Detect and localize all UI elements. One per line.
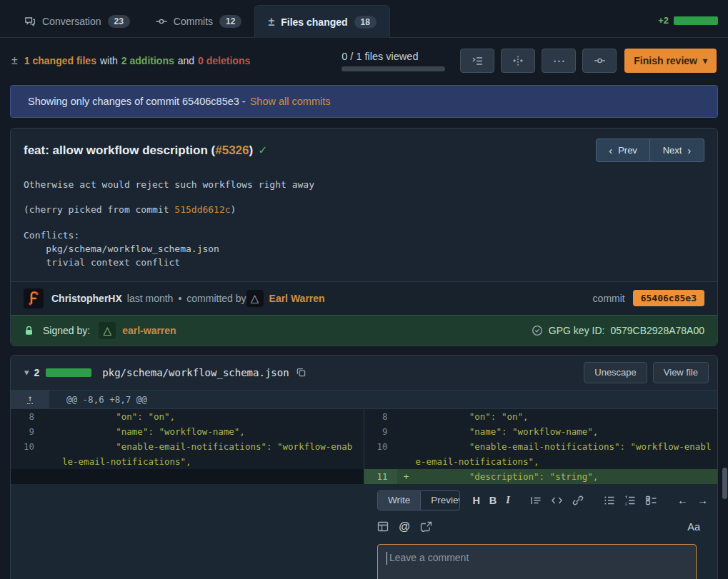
commit-sha-badge[interactable]: 65406c85e3 xyxy=(633,290,704,306)
unescape-button[interactable]: Unescape xyxy=(584,362,647,383)
preview-tab-label: Preview xyxy=(431,495,460,505)
author-avatar[interactable] xyxy=(24,288,44,308)
preview-tab[interactable]: Preview xyxy=(421,491,460,510)
font-size-toggle-icon[interactable]: Aa xyxy=(687,521,700,533)
page-scrollbar[interactable] xyxy=(722,468,727,499)
issue-link[interactable]: #5326 xyxy=(215,144,249,157)
line-number[interactable]: 11 xyxy=(364,469,397,484)
bullet-list-icon[interactable] xyxy=(604,495,615,505)
file-lines-changed: 2 xyxy=(34,367,40,378)
diff-options-button[interactable]: ⋯ xyxy=(542,49,576,73)
redo-icon[interactable]: → xyxy=(697,494,708,506)
code-line: "on": "on", xyxy=(62,409,364,424)
code-line: "on": "on", xyxy=(416,409,718,424)
split-view-button[interactable] xyxy=(501,49,535,73)
collapse-file-chevron-icon[interactable]: ▾ xyxy=(24,367,29,378)
files-viewed-bar xyxy=(341,66,445,71)
diff-sign xyxy=(397,409,416,424)
expand-hunk-button[interactable]: ↑ xyxy=(11,391,49,408)
diff-stat-bar xyxy=(674,16,718,25)
diff-sign xyxy=(397,439,416,469)
italic-icon[interactable]: I xyxy=(506,494,510,506)
select-commit-button[interactable] xyxy=(582,49,617,73)
commit-select-icon xyxy=(594,55,606,66)
signed-by-bar: Signed by: △ earl-warren GPG key ID: 057… xyxy=(11,315,717,346)
author-name[interactable]: ChristopherHX xyxy=(51,293,122,304)
line-number[interactable]: 8 xyxy=(364,409,397,424)
line-number[interactable]: 10 xyxy=(11,439,44,469)
blockquote-icon[interactable] xyxy=(530,495,542,505)
gpg-key-group: GPG key ID: 0579CB2928A78A00 xyxy=(532,325,704,336)
commits-count-badge: 12 xyxy=(219,15,241,28)
tab-conversation-label: Conversation xyxy=(42,16,101,27)
undo-icon[interactable]: ← xyxy=(677,494,688,506)
diff-sign xyxy=(44,409,62,424)
code-line: "description": "string", xyxy=(416,469,718,484)
signer-avatar[interactable]: △ xyxy=(99,322,116,339)
diff-row-context: 8 "on": "on", xyxy=(11,409,364,424)
diff-row-context: 10 "enable-email-notifications": "workfl… xyxy=(364,439,718,469)
diff-sign xyxy=(44,424,62,439)
commit-sha-group: commit 65406c85e3 xyxy=(593,290,704,306)
bold-icon[interactable]: B xyxy=(489,495,497,506)
file-name[interactable]: pkg/schema/workflow_schema.json xyxy=(102,367,289,378)
banner-text: Showing only changes of commit 65406c85e… xyxy=(28,96,246,107)
additions-count: +2 xyxy=(658,15,669,26)
line-number[interactable]: 10 xyxy=(364,439,397,469)
comment-editor: Write Preview H B I xyxy=(365,484,708,579)
committer-name[interactable]: Earl Warren xyxy=(269,293,325,304)
file-tree-toggle-button[interactable] xyxy=(460,49,494,73)
diff-sign xyxy=(44,469,62,484)
show-all-commits-link[interactable]: Show all commits xyxy=(250,96,331,107)
finish-review-button[interactable]: Finish review ▾ xyxy=(624,49,717,73)
committer-avatar[interactable]: △ xyxy=(246,290,264,307)
signer-triangle-glyph: △ xyxy=(103,324,111,337)
line-number[interactable]: 8 xyxy=(11,409,44,424)
cherry-suffix: ) xyxy=(231,204,236,215)
task-list-icon[interactable] xyxy=(645,495,657,505)
tab-files-changed[interactable]: ± Files changed 18 xyxy=(254,5,390,38)
commit-pager: ‹ Prev Next › xyxy=(596,139,704,162)
copy-path-icon[interactable] xyxy=(296,367,306,378)
diff-row-context: 9 "name": "workflow-name", xyxy=(364,424,718,439)
expand-up-icon: ↑ xyxy=(27,394,32,404)
heading-icon[interactable]: H xyxy=(472,495,479,506)
link-icon[interactable] xyxy=(572,495,584,506)
split-diff-icon xyxy=(512,55,524,66)
editor-secondary-toolbar: @ Aa xyxy=(377,520,700,533)
inline-comment-area: Write Preview H B I xyxy=(10,484,718,579)
chevron-right-icon: › xyxy=(687,145,691,156)
finish-review-label: Finish review xyxy=(634,55,697,66)
file-diff-stat-bar xyxy=(46,368,91,377)
write-tab[interactable]: Write xyxy=(378,491,421,510)
tab-conversation[interactable]: Conversation 23 xyxy=(11,6,143,37)
cherry-pick-sha-link[interactable]: 515dd6612c xyxy=(174,204,230,215)
view-file-button[interactable]: View file xyxy=(653,362,709,383)
diff-right-side: 8 "on": "on",9 "name": "workflow-name",1… xyxy=(364,409,718,484)
triangle-avatar-glyph: △ xyxy=(251,292,259,305)
cross-reference-icon[interactable] xyxy=(420,521,432,532)
file-header-buttons: Unescape View file xyxy=(584,362,709,383)
commit-message-line: Otherwise act would reject such workflow… xyxy=(24,179,704,190)
diff-row-filler xyxy=(11,469,364,484)
changed-files-link[interactable]: 1 changed files xyxy=(24,55,96,66)
files-viewed-progress: 0 / 1 files viewed xyxy=(341,51,445,71)
tab-commits[interactable]: Commits 12 xyxy=(143,6,255,37)
hunk-header-row: ↑ @@ -8,6 +8,7 @@ xyxy=(11,390,717,409)
gpg-key-label: GPG key ID: xyxy=(549,325,605,336)
line-number[interactable]: 9 xyxy=(364,424,397,439)
signer-name[interactable]: earl-warren xyxy=(122,325,176,336)
numbered-list-icon[interactable] xyxy=(624,495,636,505)
commit-status-check-icon[interactable]: ✓ xyxy=(258,144,267,156)
table-icon[interactable] xyxy=(377,521,389,532)
line-number xyxy=(11,469,44,484)
and-text: and xyxy=(178,55,194,66)
prev-commit-button[interactable]: ‹ Prev xyxy=(596,139,650,162)
mention-icon[interactable]: @ xyxy=(399,520,410,533)
code-line xyxy=(62,469,364,484)
next-commit-button[interactable]: Next › xyxy=(650,139,704,162)
line-number[interactable]: 9 xyxy=(11,424,44,439)
comment-placeholder: Leave a comment xyxy=(389,552,469,563)
comment-input[interactable]: Leave a comment xyxy=(377,544,697,579)
code-icon[interactable] xyxy=(551,495,563,505)
